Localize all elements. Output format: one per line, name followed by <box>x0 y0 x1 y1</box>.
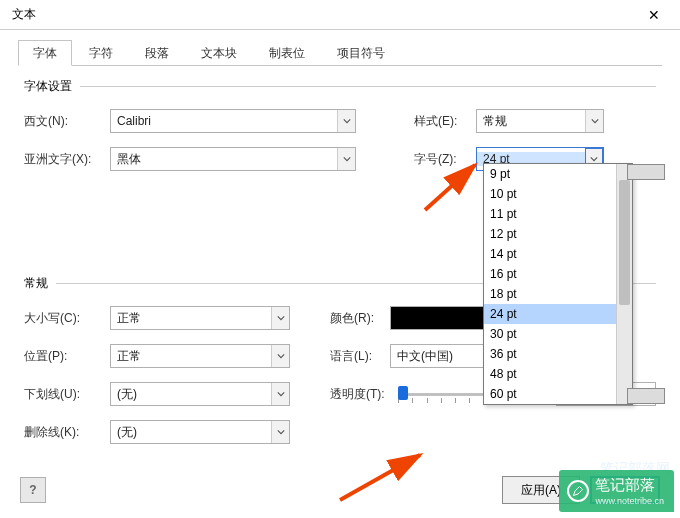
size-option[interactable]: 11 pt <box>484 204 632 224</box>
asian-font-combo[interactable]: 黑体 <box>110 147 356 171</box>
underline-combo[interactable]: (无) <box>110 382 290 406</box>
style-label: 样式(E): <box>414 113 476 130</box>
watermark-badge: 笔记部落 www.notetribe.cn <box>559 470 674 512</box>
underline-label: 下划线(U): <box>24 386 110 403</box>
tab-character[interactable]: 字符 <box>74 40 128 65</box>
watermark-sub: www.notetribe.cn <box>595 496 664 506</box>
underline-value: (无) <box>111 386 271 403</box>
size-option[interactable]: 18 pt <box>484 284 632 304</box>
size-label: 字号(Z): <box>414 151 476 168</box>
size-dropdown[interactable]: 9 pt10 pt11 pt12 pt14 pt16 pt18 pt24 pt3… <box>483 163 633 405</box>
tabs: 字体 字符 段落 文本块 制表位 项目符号 <box>18 40 662 66</box>
chevron-down-icon[interactable] <box>271 421 289 443</box>
case-value: 正常 <box>111 310 271 327</box>
size-option[interactable]: 36 pt <box>484 344 632 364</box>
chevron-down-icon[interactable] <box>271 383 289 405</box>
tab-bullets[interactable]: 项目符号 <box>322 40 400 65</box>
tab-tabstops[interactable]: 制表位 <box>254 40 320 65</box>
case-combo[interactable]: 正常 <box>110 306 290 330</box>
help-button[interactable]: ? <box>20 477 46 503</box>
style-combo[interactable]: 常规 <box>476 109 604 133</box>
strike-combo[interactable]: (无) <box>110 420 290 444</box>
tab-font[interactable]: 字体 <box>18 40 72 66</box>
size-option[interactable]: 10 pt <box>484 184 632 204</box>
language-label: 语言(L): <box>330 348 390 365</box>
section-font-settings: 字体设置 <box>24 78 656 95</box>
western-font-value: Calibri <box>111 114 337 128</box>
section-label: 常规 <box>24 275 48 292</box>
chevron-down-icon[interactable] <box>271 345 289 367</box>
case-label: 大小写(C): <box>24 310 110 327</box>
scrollbar[interactable] <box>616 164 632 404</box>
section-label: 字体设置 <box>24 78 72 95</box>
opacity-label: 透明度(T): <box>330 386 398 403</box>
strike-label: 删除线(K): <box>24 424 110 441</box>
close-icon[interactable]: ✕ <box>634 7 674 23</box>
style-value: 常规 <box>477 113 585 130</box>
size-option[interactable]: 14 pt <box>484 244 632 264</box>
title-bar: 文本 ✕ <box>0 0 680 30</box>
strike-value: (无) <box>111 424 271 441</box>
pencil-icon <box>567 480 589 502</box>
color-label: 颜色(R): <box>330 310 390 327</box>
asian-font-value: 黑体 <box>111 151 337 168</box>
window-title: 文本 <box>6 6 634 23</box>
tab-paragraph[interactable]: 段落 <box>130 40 184 65</box>
size-option[interactable]: 16 pt <box>484 264 632 284</box>
size-option[interactable]: 9 pt <box>484 164 632 184</box>
scroll-down-icon[interactable] <box>627 388 665 404</box>
scroll-up-icon[interactable] <box>627 164 665 180</box>
size-option[interactable]: 24 pt <box>484 304 632 324</box>
chevron-down-icon[interactable] <box>337 148 355 170</box>
tab-textblock[interactable]: 文本块 <box>186 40 252 65</box>
position-label: 位置(P): <box>24 348 110 365</box>
asian-font-label: 亚洲文字(X): <box>24 151 110 168</box>
size-option[interactable]: 60 pt <box>484 384 632 404</box>
western-font-label: 西文(N): <box>24 113 110 130</box>
chevron-down-icon[interactable] <box>337 110 355 132</box>
watermark-title: 笔记部落 <box>595 476 664 495</box>
chevron-down-icon[interactable] <box>585 110 603 132</box>
chevron-down-icon[interactable] <box>271 307 289 329</box>
position-combo[interactable]: 正常 <box>110 344 290 368</box>
size-option[interactable]: 30 pt <box>484 324 632 344</box>
scroll-thumb[interactable] <box>619 180 630 305</box>
size-option[interactable]: 48 pt <box>484 364 632 384</box>
western-font-combo[interactable]: Calibri <box>110 109 356 133</box>
position-value: 正常 <box>111 348 271 365</box>
divider <box>80 86 656 87</box>
size-option[interactable]: 12 pt <box>484 224 632 244</box>
slider-thumb[interactable] <box>398 386 408 400</box>
